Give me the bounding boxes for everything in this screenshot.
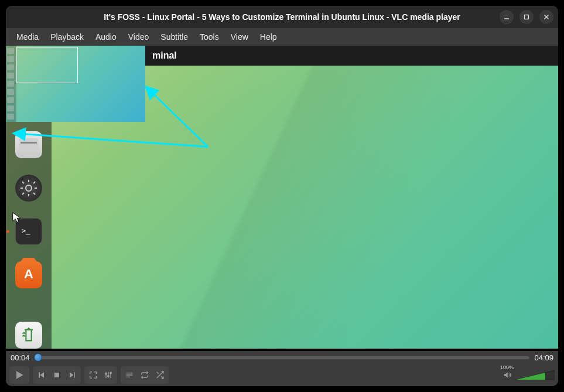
volume-slider[interactable] — [516, 369, 555, 381]
menu-media[interactable]: Media — [11, 30, 45, 44]
svg-rect-1 — [525, 15, 529, 19]
menu-video[interactable]: Video — [122, 30, 155, 44]
menubar: Media Playback Audio Video Subtitle Tool… — [6, 28, 558, 46]
menu-audio[interactable]: Audio — [90, 30, 122, 44]
playlist-group — [121, 366, 169, 384]
titlebar: It's FOSS - Linux Portal - 5 Ways to Cus… — [6, 6, 558, 28]
skip-previous-icon — [37, 370, 46, 380]
fullscreen-icon — [88, 370, 98, 380]
ubuntu-topbar-partial-text: minal — [152, 50, 177, 61]
progress-row: 00:04 04:09 — [6, 351, 558, 364]
volume-wedge-icon — [516, 369, 555, 381]
loop-icon — [140, 370, 149, 380]
close-icon — [543, 13, 550, 21]
previous-button[interactable] — [34, 367, 49, 383]
window-controls — [500, 10, 553, 24]
next-button[interactable] — [64, 367, 80, 383]
loop-button[interactable] — [137, 367, 152, 383]
window-title: It's FOSS - Linux Portal - 5 Ways to Cus… — [104, 12, 460, 22]
playlist-button[interactable] — [122, 367, 137, 383]
minimize-button[interactable] — [500, 10, 514, 24]
stop-icon — [52, 370, 61, 380]
svg-marker-8 — [16, 371, 23, 379]
volume-percent-label: 100% — [500, 364, 514, 370]
svg-rect-11 — [54, 373, 59, 377]
control-bar: 100% — [6, 364, 558, 386]
seek-thumb[interactable] — [34, 353, 42, 362]
zoom-viewport-rect — [16, 47, 78, 83]
dock-software-icon — [15, 261, 42, 288]
svg-marker-12 — [70, 372, 74, 377]
svg-rect-13 — [74, 372, 75, 377]
minimize-icon — [503, 13, 510, 21]
menu-tools[interactable]: Tools — [194, 30, 225, 44]
extended-settings-button[interactable] — [101, 367, 116, 383]
svg-point-18 — [108, 376, 110, 377]
nav-group — [33, 366, 81, 384]
skip-next-icon — [67, 370, 77, 380]
menu-view[interactable]: View — [225, 30, 254, 44]
shuffle-button[interactable] — [152, 367, 168, 383]
play-icon — [13, 369, 25, 381]
play-button[interactable] — [9, 366, 29, 384]
time-elapsed[interactable]: 00:04 — [11, 353, 30, 362]
svg-point-17 — [105, 373, 107, 375]
stop-button[interactable] — [49, 367, 64, 383]
svg-point-4 — [26, 185, 32, 191]
dock-terminal-icon — [15, 218, 42, 245]
dock-trash-icon — [15, 322, 42, 349]
svg-rect-10 — [39, 372, 40, 377]
playlist-icon — [125, 370, 134, 380]
svg-point-19 — [110, 372, 112, 374]
svg-marker-9 — [40, 372, 44, 377]
menu-subtitle[interactable]: Subtitle — [155, 30, 194, 44]
cursor-icon — [11, 212, 24, 224]
maximize-icon — [523, 13, 530, 21]
zoom-preview-overlay — [6, 46, 145, 122]
speaker-icon — [503, 370, 512, 380]
maximize-button[interactable] — [519, 10, 534, 24]
view-group — [84, 366, 117, 384]
fullscreen-button[interactable] — [86, 367, 101, 383]
menu-playback[interactable]: Playback — [45, 30, 90, 44]
video-area[interactable]: minal — [6, 46, 558, 351]
time-total[interactable]: 04:09 — [534, 353, 553, 362]
close-button[interactable] — [539, 10, 553, 24]
equalizer-icon — [104, 370, 113, 380]
dock-files-icon — [15, 131, 42, 158]
zoom-preview-mini-dock — [6, 46, 16, 122]
dock-settings-icon — [15, 175, 42, 202]
menu-help[interactable]: Help — [254, 30, 283, 44]
seek-slider[interactable] — [35, 356, 530, 359]
volume-area: 100% — [501, 367, 555, 383]
shuffle-icon — [155, 370, 165, 380]
vlc-window: It's FOSS - Linux Portal - 5 Ways to Cus… — [6, 6, 558, 386]
dock-running-indicator — [6, 230, 9, 233]
